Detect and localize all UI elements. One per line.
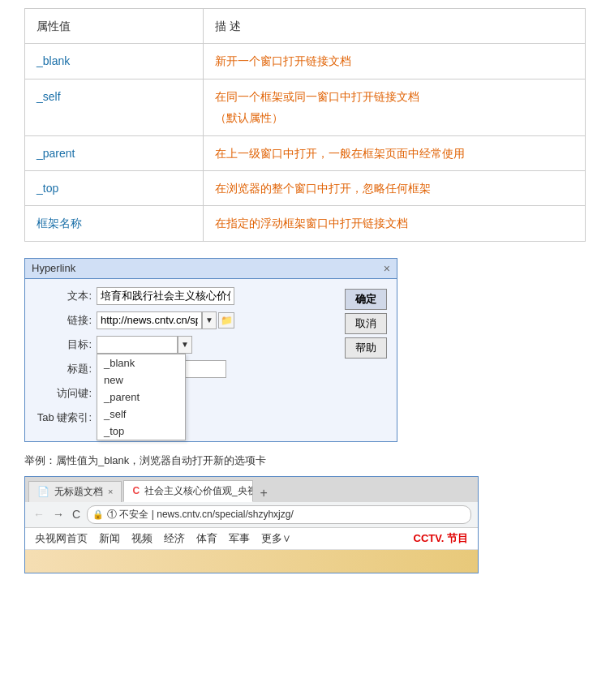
dropdown-item-parent[interactable]: _parent: [97, 389, 185, 406]
dropdown-item-blank[interactable]: _blank: [97, 354, 185, 371]
dropdown-item-top[interactable]: _top: [97, 423, 185, 440]
attr-parent: _parent: [25, 135, 204, 170]
nav-home[interactable]: 央视网首页: [35, 531, 88, 546]
nav-economy[interactable]: 经济: [164, 531, 185, 546]
browser-container: 📄 无标题文档 × C 社会主义核心价值观_央视网(cct × + ← → C …: [24, 476, 479, 573]
field-link: 链接: ▼ 📁: [35, 311, 337, 329]
address-bar[interactable]: 🔒 ① 不安全 | news.cntv.cn/special/shzyhxjzg…: [87, 505, 471, 524]
browser-tab-active[interactable]: C 社会主义核心价值观_央视网(cct ×: [123, 480, 253, 502]
desc-frame: 在指定的浮动框架窗口中打开链接文档: [204, 206, 586, 241]
browser-content-preview: [25, 550, 478, 573]
dialog-title: Hyperlink: [32, 262, 75, 274]
confirm-button[interactable]: 确定: [345, 289, 387, 310]
nav-video[interactable]: 视频: [131, 531, 152, 546]
attr-frame: 框架名称: [25, 206, 204, 241]
link-folder-button[interactable]: 📁: [218, 312, 234, 329]
example-note: 举例：属性值为_blank，浏览器自动打开新的选项卡: [24, 453, 586, 468]
tab-close-blank[interactable]: ×: [108, 487, 113, 496]
hyperlink-dialog: Hyperlink × 文本: 链接: ▼ 📁 目标:: [24, 258, 397, 442]
target-dropdown-arrow[interactable]: ▼: [178, 336, 192, 354]
link-dropdown-arrow[interactable]: ▼: [202, 311, 217, 329]
label-accesskey: 访问键:: [35, 386, 92, 401]
attribute-table: 属性值 描 述 _blank 新开一个窗口打开链接文档 _self 在同一个框架…: [24, 8, 586, 242]
field-target: 目标: ▼ _blank new _parent _self _top: [35, 336, 337, 354]
page-wrapper: 属性值 描 述 _blank 新开一个窗口打开链接文档 _self 在同一个框架…: [0, 0, 610, 590]
attr-self: _self: [25, 79, 204, 135]
desc-self: 在同一个框架或同一窗口中打开链接文档 （默认属性）: [204, 79, 586, 135]
cctv-logo: CCTV. 节目: [414, 531, 468, 546]
field-tabindex: Tab 键索引:: [35, 409, 337, 427]
tab-file-icon: 📄: [37, 486, 49, 497]
dialog-body: 文本: 链接: ▼ 📁 目标: ▼ _blank: [25, 279, 397, 441]
forward-button[interactable]: →: [51, 508, 66, 521]
close-icon[interactable]: ×: [384, 262, 390, 275]
desc-top: 在浏览器的整个窗口中打开，忽略任何框架: [204, 170, 586, 205]
new-tab-button[interactable]: +: [255, 484, 272, 502]
input-target[interactable]: [97, 336, 178, 354]
dialog-buttons: 确定 取消 帮助: [345, 287, 387, 433]
target-dropdown: _blank new _parent _self _top: [97, 354, 186, 440]
address-text: ① 不安全 | news.cntv.cn/special/shzyhxjzg/: [107, 508, 294, 522]
help-button[interactable]: 帮助: [345, 337, 387, 359]
attr-top: _top: [25, 170, 204, 205]
refresh-button[interactable]: C: [71, 508, 82, 521]
browser-tab-blank[interactable]: 📄 无标题文档 ×: [28, 481, 122, 502]
input-text[interactable]: [97, 287, 234, 305]
nav-more[interactable]: 更多∨: [261, 531, 291, 546]
field-text: 文本:: [35, 287, 337, 305]
field-accesskey: 访问键:: [35, 384, 337, 402]
lock-icon: 🔒: [92, 509, 104, 520]
header-desc: 描 述: [204, 9, 586, 44]
nav-sports[interactable]: 体育: [196, 531, 217, 546]
desc-blank: 新开一个窗口打开链接文档: [204, 44, 586, 79]
browser-toolbar: ← → C 🔒 ① 不安全 | news.cntv.cn/special/shz…: [25, 502, 478, 528]
browser-tabs: 📄 无标题文档 × C 社会主义核心价值观_央视网(cct × +: [25, 477, 478, 502]
dropdown-item-new[interactable]: new: [97, 371, 185, 389]
label-target: 目标:: [35, 337, 92, 352]
input-link[interactable]: [97, 311, 202, 329]
tab-label-blank: 无标题文档: [54, 485, 103, 499]
nav-military[interactable]: 军事: [229, 531, 250, 546]
cancel-button[interactable]: 取消: [345, 313, 387, 334]
label-link: 链接:: [35, 313, 92, 328]
back-button[interactable]: ←: [32, 508, 46, 521]
dropdown-item-self[interactable]: _self: [97, 406, 185, 423]
field-title: 标题:: [35, 360, 337, 378]
attr-blank: _blank: [25, 44, 204, 79]
desc-parent: 在上一级窗口中打开，一般在框架页面中经常使用: [204, 135, 586, 170]
browser-nav: 央视网首页 新闻 视频 经济 体育 军事 更多∨ CCTV. 节目: [25, 528, 478, 550]
header-attr: 属性值: [25, 9, 204, 44]
dialog-fields: 文本: 链接: ▼ 📁 目标: ▼ _blank: [35, 287, 337, 433]
label-text: 文本:: [35, 289, 92, 303]
label-title: 标题:: [35, 362, 92, 376]
nav-news[interactable]: 新闻: [99, 531, 120, 546]
label-tabindex: Tab 键索引:: [35, 410, 92, 425]
dialog-titlebar: Hyperlink ×: [25, 259, 397, 279]
tab-c-icon: C: [132, 485, 140, 496]
tab-label-active: 社会主义核心价值观_央视网(cct: [144, 484, 253, 498]
